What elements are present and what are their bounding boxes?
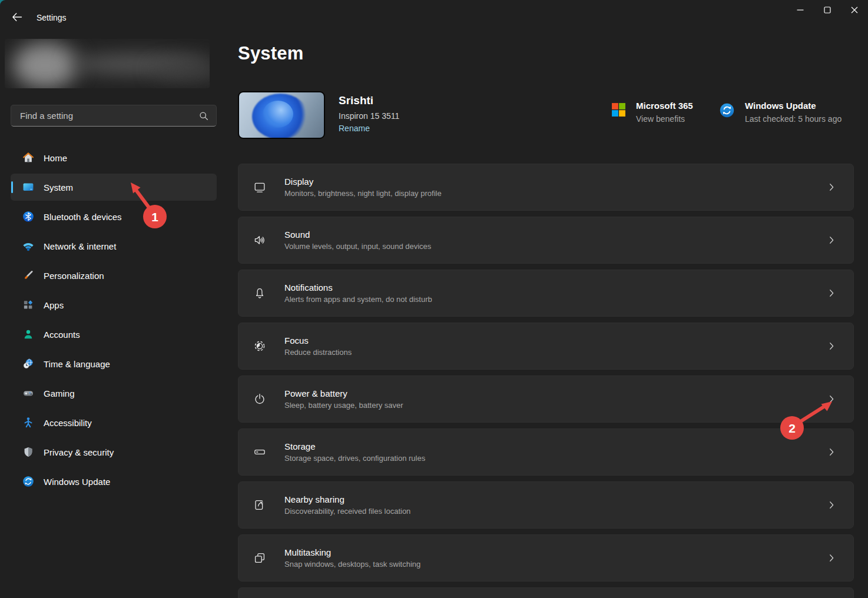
sidebar-item-accounts[interactable]: Accounts xyxy=(11,321,217,348)
device-info: Srishti Inspiron 15 3511 Rename xyxy=(339,94,399,134)
chevron-right-icon xyxy=(826,553,837,563)
sidebar-item-label: Home xyxy=(44,153,67,163)
window-title: Settings xyxy=(37,13,67,22)
windows-update-status-icon xyxy=(719,102,735,121)
chevron-right-icon xyxy=(826,341,837,351)
settings-card-list: Display Monitors, brightness, night ligh… xyxy=(238,164,854,598)
chevron-right-icon xyxy=(826,182,837,192)
sidebar: Home System xyxy=(0,33,230,598)
bloom-highlight xyxy=(263,101,293,128)
card-subtitle: Sleep, battery usage, battery saver xyxy=(284,401,403,410)
accounts-icon xyxy=(21,327,35,341)
apps-icon xyxy=(21,298,35,312)
card-subtitle: Volume levels, output, input, sound devi… xyxy=(284,242,431,251)
microsoft-365-logo-icon xyxy=(611,102,626,119)
settings-card-multitasking[interactable]: Multitasking Snap windows, desktops, tas… xyxy=(238,534,854,582)
time-language-icon xyxy=(21,357,35,371)
sound-icon xyxy=(253,232,267,248)
card-title: Multitasking xyxy=(284,547,420,557)
close-button[interactable] xyxy=(841,0,868,21)
sidebar-item-privacy-security[interactable]: Privacy & security xyxy=(11,438,217,466)
card-title: Focus xyxy=(284,335,352,345)
card-title: Power & battery xyxy=(284,388,403,398)
main-content: System Srishti Inspiron 15 3511 Rename xyxy=(238,33,868,598)
sidebar-item-bluetooth-devices[interactable]: Bluetooth & devices xyxy=(11,203,217,230)
nearby-sharing-icon xyxy=(253,497,267,513)
chevron-right-icon xyxy=(826,500,837,510)
card-title: Nearby sharing xyxy=(284,494,410,504)
microsoft-365-subtitle[interactable]: View benefits xyxy=(636,114,693,124)
sidebar-item-home[interactable]: Home xyxy=(11,144,217,171)
card-subtitle: Discoverability, received files location xyxy=(284,507,410,516)
windows-update-icon xyxy=(21,474,35,489)
minimize-icon xyxy=(797,5,804,16)
personalization-icon xyxy=(21,268,35,283)
notifications-bell-icon xyxy=(253,285,267,301)
privacy-shield-icon xyxy=(21,445,35,459)
settings-card-focus[interactable]: Focus Reduce distractions xyxy=(238,323,854,370)
sidebar-item-apps[interactable]: Apps xyxy=(11,291,217,318)
display-icon xyxy=(253,180,267,195)
sidebar-item-label: Windows Update xyxy=(44,477,110,487)
sidebar-item-label: Personalization xyxy=(44,271,104,281)
sidebar-item-label: System xyxy=(44,182,73,192)
card-title: Storage xyxy=(284,441,425,451)
settings-card-nearby-sharing[interactable]: Nearby sharing Discoverability, received… xyxy=(238,481,854,529)
card-title: Sound xyxy=(284,230,431,240)
selection-pill xyxy=(11,181,13,193)
search-box xyxy=(11,105,217,127)
sidebar-item-label: Apps xyxy=(44,300,64,310)
settings-card-display[interactable]: Display Monitors, brightness, night ligh… xyxy=(238,164,854,211)
microsoft-365-block[interactable]: Microsoft 365 View benefits xyxy=(611,101,693,124)
search-input[interactable] xyxy=(11,105,216,126)
windows-update-subtitle: Last checked: 5 hours ago xyxy=(745,114,842,124)
sidebar-item-system[interactable]: System xyxy=(11,174,217,201)
sidebar-item-gaming[interactable]: Gaming xyxy=(11,380,217,407)
chevron-right-icon xyxy=(826,235,837,245)
power-icon xyxy=(253,391,267,407)
sidebar-item-time-language[interactable]: Time & language xyxy=(11,350,217,377)
windows-update-block[interactable]: Windows Update Last checked: 5 hours ago xyxy=(719,101,842,124)
settings-card-storage[interactable]: Storage Storage space, drives, configura… xyxy=(238,428,854,476)
chevron-right-icon xyxy=(826,447,837,457)
titlebar: Settings xyxy=(0,0,868,33)
user-profile-blurred[interactable] xyxy=(5,39,210,88)
window-controls xyxy=(787,0,868,21)
device-model: Inspiron 15 3511 xyxy=(339,111,399,121)
sidebar-item-label: Gaming xyxy=(44,388,75,398)
settings-card-partial[interactable] xyxy=(238,587,854,598)
sidebar-nav: Home System xyxy=(0,144,230,497)
chevron-right-icon xyxy=(826,394,837,404)
network-icon xyxy=(21,239,35,253)
microsoft-365-title: Microsoft 365 xyxy=(636,101,693,111)
back-button[interactable] xyxy=(8,9,26,27)
accessibility-icon xyxy=(21,416,35,430)
sidebar-item-label: Bluetooth & devices xyxy=(44,212,122,222)
sidebar-item-label: Time & language xyxy=(44,359,110,369)
close-icon xyxy=(851,5,858,16)
sidebar-item-personalization[interactable]: Personalization xyxy=(11,262,217,289)
storage-drive-icon xyxy=(253,444,267,460)
card-subtitle: Snap windows, desktops, task switching xyxy=(284,560,420,569)
card-subtitle: Storage space, drives, configuration rul… xyxy=(284,454,425,463)
bluetooth-icon xyxy=(21,210,35,224)
settings-card-power-battery[interactable]: Power & battery Sleep, battery usage, ba… xyxy=(238,376,854,423)
sidebar-item-windows-update[interactable]: Windows Update xyxy=(11,468,217,495)
focus-icon xyxy=(253,338,267,354)
sidebar-item-label: Network & internet xyxy=(44,241,116,251)
device-header: Srishti Inspiron 15 3511 Rename Microsof… xyxy=(238,91,854,139)
sidebar-item-network-internet[interactable]: Network & internet xyxy=(11,232,217,260)
rename-link[interactable]: Rename xyxy=(339,124,370,133)
maximize-button[interactable] xyxy=(814,0,841,21)
chevron-right-icon xyxy=(826,288,837,298)
settings-card-notifications[interactable]: Notifications Alerts from apps and syste… xyxy=(238,270,854,317)
sidebar-item-accessibility[interactable]: Accessibility xyxy=(11,409,217,436)
device-name: Srishti xyxy=(339,94,399,107)
card-subtitle: Reduce distractions xyxy=(284,348,352,357)
card-title: Notifications xyxy=(284,283,432,293)
minimize-button[interactable] xyxy=(787,0,814,21)
settings-card-sound[interactable]: Sound Volume levels, output, input, soun… xyxy=(238,217,854,264)
sidebar-item-label: Accounts xyxy=(44,330,80,340)
home-icon xyxy=(21,151,35,165)
back-arrow-icon xyxy=(11,11,23,25)
